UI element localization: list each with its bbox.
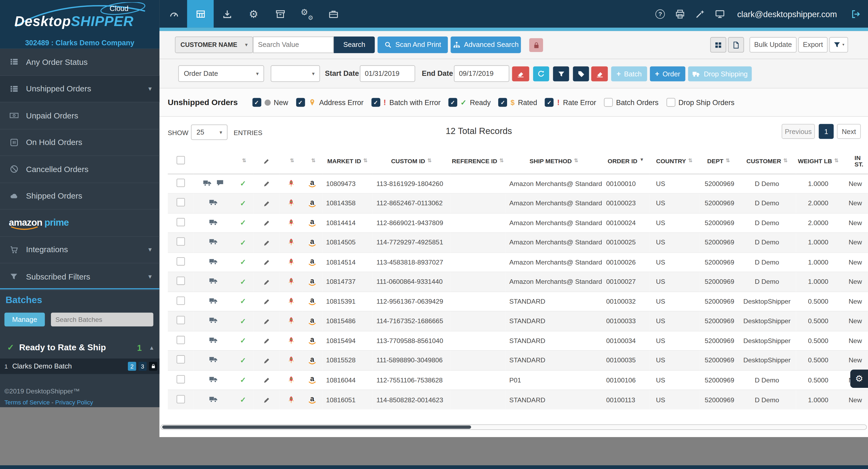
truck-icon[interactable] <box>208 374 218 384</box>
checkbox[interactable]: ✓ <box>545 98 554 107</box>
row-checkbox[interactable] <box>177 257 185 265</box>
edit-pencil-icon[interactable] <box>263 239 271 246</box>
market-id-link[interactable]: 10814514 <box>322 252 372 272</box>
previous-page-button[interactable]: Previous <box>782 124 815 139</box>
select-all-checkbox[interactable] <box>177 156 185 165</box>
edit-pencil-icon[interactable] <box>263 396 271 404</box>
bulk-update-button[interactable]: Bulk Update <box>749 37 797 53</box>
order-id-link[interactable]: 00100035 <box>602 350 649 370</box>
sidebar-item-amazon-prime[interactable]: amazonprime <box>0 209 160 236</box>
nav-dashboard-button[interactable] <box>161 0 187 28</box>
sidebar-item-integrations[interactable]: Integrations▾ <box>0 237 160 263</box>
table-row[interactable]: ✓ a 10814737 111-0600864-9331440 Amazon … <box>168 272 868 292</box>
sidebar-item-shipped-orders[interactable]: Shipped Orders <box>0 183 160 209</box>
custom-id-link[interactable]: 113-7709588-8561040 <box>372 331 450 350</box>
rocket-icon[interactable] <box>286 258 295 266</box>
sidebar-item-on-hold-orders[interactable]: On Hold Orders <box>0 129 160 156</box>
row-checkbox[interactable] <box>177 316 185 324</box>
table-row[interactable]: ✓ a 10816044 112-7551106-7538628 P01 001… <box>168 370 868 390</box>
rocket-icon[interactable] <box>286 238 295 247</box>
table-row[interactable]: ✓ a 10809473 113-8161929-1804260 Amazon … <box>168 174 868 193</box>
rocket-icon[interactable] <box>286 219 295 227</box>
sort-market-column[interactable]: ⇅ <box>302 148 322 174</box>
apply-filter-button[interactable] <box>553 66 569 81</box>
edit-pencil-icon[interactable] <box>263 200 271 207</box>
nav-automation-button[interactable]: ⚙⚙ <box>293 0 320 28</box>
page-size-select[interactable]: 25▼ <box>191 124 227 140</box>
checkbox[interactable]: ✓ <box>371 98 380 107</box>
sidebar-item-unshipped-orders[interactable]: Unshipped Orders▾ <box>0 75 160 102</box>
truck-icon[interactable] <box>208 355 218 364</box>
market-id-link[interactable]: 10815391 <box>322 292 372 311</box>
scrollbar-thumb[interactable] <box>162 426 471 429</box>
scan-and-print-button[interactable]: Scan And Print <box>377 36 448 53</box>
truck-icon[interactable] <box>208 217 218 227</box>
edit-pencil-icon[interactable] <box>263 258 271 266</box>
manage-batches-button[interactable]: Manage <box>5 312 45 327</box>
drop-shipping-button[interactable]: Drop Shipping <box>688 66 752 81</box>
status-filter-batch-with-error[interactable]: ✓!Batch with Error <box>371 98 440 107</box>
column-filter-button[interactable]: ▾ <box>829 37 848 53</box>
search-field-select[interactable]: CUSTOMER NAME▼ <box>175 36 253 53</box>
nav-orders-grid-button[interactable] <box>187 0 214 28</box>
status-filter-new[interactable]: ✓New <box>252 98 288 107</box>
order-id-link[interactable]: 00100026 <box>602 252 649 272</box>
order-id-link[interactable]: 00100024 <box>602 213 649 233</box>
row-checkbox[interactable] <box>177 355 185 364</box>
market-id-link[interactable]: 10809473 <box>322 174 372 193</box>
sidebar-item-any-order-status[interactable]: Any Order Status <box>0 49 160 75</box>
status-filter-ready[interactable]: ✓✓Ready <box>448 98 491 107</box>
nav-business-button[interactable] <box>320 0 346 28</box>
market-id-link[interactable]: 10814414 <box>322 213 372 233</box>
market-id-link[interactable]: 10815486 <box>322 311 372 331</box>
status-filter-drop-ship-orders[interactable]: Drop Ship Orders <box>666 98 735 107</box>
rocket-icon[interactable] <box>286 277 295 286</box>
tags-button[interactable] <box>573 66 589 81</box>
truck-icon[interactable] <box>208 198 218 207</box>
status-filter-address-error[interactable]: ✓Address Error <box>296 98 363 107</box>
table-row[interactable]: ✓ a 10814414 112-8669021-9437809 Amazon … <box>168 213 868 233</box>
refresh-button[interactable] <box>533 66 549 81</box>
secondary-filter-select[interactable]: ▼ <box>271 65 320 82</box>
sidebar-item-unpaid-orders[interactable]: Unpaid Orders <box>0 102 160 129</box>
table-row[interactable]: ✓ a 10814514 113-4583818-8937027 Amazon … <box>168 252 868 272</box>
checkbox[interactable]: ✓ <box>498 98 507 107</box>
header-dept[interactable]: DEPT⇅ <box>699 148 738 174</box>
horizontal-scrollbar[interactable] <box>161 424 867 430</box>
row-checkbox[interactable] <box>177 296 185 305</box>
edit-pencil-icon[interactable] <box>263 219 271 227</box>
row-checkbox[interactable] <box>177 277 185 285</box>
terms-of-service-link[interactable]: Terms of Service <box>5 399 50 405</box>
row-checkbox[interactable] <box>177 237 185 246</box>
help-button[interactable]: ? <box>652 0 669 28</box>
nav-import-button[interactable] <box>214 0 240 28</box>
header-country[interactable]: COUNTRY⇅ <box>649 148 699 174</box>
custom-id-link[interactable]: 112-8652467-0113062 <box>372 194 450 213</box>
order-id-link[interactable]: 00100027 <box>602 272 649 292</box>
header-reference-id[interactable]: REFERENCE ID⇅ <box>450 148 505 174</box>
grid-view-button[interactable] <box>710 37 726 53</box>
workstation-button[interactable] <box>712 0 728 28</box>
row-checkbox[interactable] <box>177 178 185 187</box>
search-value-input[interactable] <box>253 36 334 53</box>
custom-id-link[interactable]: 111-0600864-9331440 <box>372 272 450 292</box>
logout-button[interactable] <box>847 0 864 28</box>
header-ship-method[interactable]: SHIP METHOD⇅ <box>505 148 602 174</box>
custom-id-link[interactable]: 112-9561367-0639429 <box>372 292 450 311</box>
sort-ready-column[interactable]: ⇅ <box>232 148 253 174</box>
truck-icon[interactable] <box>208 335 218 345</box>
custom-id-link[interactable]: 111-5898890-3049806 <box>372 350 450 370</box>
order-id-link[interactable]: 00100113 <box>602 390 649 409</box>
order-id-link[interactable]: 00100023 <box>602 194 649 213</box>
market-id-link[interactable]: 10814505 <box>322 233 372 252</box>
edit-pencil-icon[interactable] <box>263 357 271 365</box>
header-custom-id[interactable]: CUSTOM ID⇅ <box>372 148 450 174</box>
status-filter-rate-error[interactable]: ✓!Rate Error <box>545 98 596 107</box>
sidebar-item-subscribed-filters[interactable]: Subscribed Filters▾ <box>0 263 160 290</box>
sort-rate-column[interactable]: ⇅ <box>280 148 303 174</box>
wizard-button[interactable] <box>692 0 708 28</box>
rocket-icon[interactable] <box>286 336 295 345</box>
rocket-icon[interactable] <box>286 316 295 325</box>
brand-logo[interactable]: Cloud DesktopSHIPPER <box>7 5 153 31</box>
row-checkbox[interactable] <box>177 375 185 383</box>
